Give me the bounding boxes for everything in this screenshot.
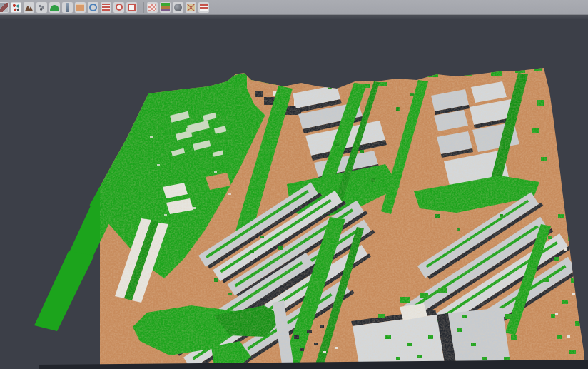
terrain-noise-overlay [100,61,588,369]
open-project-icon[interactable] [0,2,9,13]
globe-orbit-icon[interactable] [88,2,98,13]
viewport-3d[interactable] [0,15,588,369]
point-cloud-icon[interactable] [36,2,47,13]
surface-mesh-icon[interactable] [49,2,60,13]
classified-terrain-mesh [34,61,588,369]
clipping-box-icon[interactable] [186,2,196,13]
terrain-model-icon[interactable] [24,2,34,13]
toolbar-separator [140,2,144,13]
orthophoto-raster-icon[interactable] [75,2,86,13]
main-toolbar [0,0,588,15]
section-profiles-icon[interactable] [101,2,111,13]
render-sphere-icon[interactable] [173,2,183,13]
target-circle-icon[interactable] [113,2,124,13]
align-points-icon[interactable] [11,2,21,13]
raster-grid-icon[interactable] [147,2,158,13]
application-window [0,0,588,369]
classification-map-icon[interactable] [160,2,171,13]
band-histogram-icon[interactable] [198,2,209,13]
height-column-icon[interactable] [62,2,73,13]
crop-selection-icon[interactable] [126,2,137,13]
terrain-mesh-canvas[interactable] [0,15,588,369]
